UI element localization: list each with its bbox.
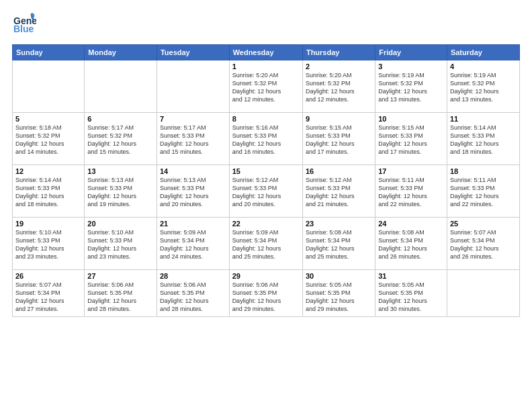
day-detail: Sunrise: 5:05 AM Sunset: 5:35 PM Dayligh… — [378, 281, 444, 314]
day-detail: Sunrise: 5:11 AM Sunset: 5:33 PM Dayligh… — [378, 176, 444, 209]
week-row-2: 5Sunrise: 5:18 AM Sunset: 5:32 PM Daylig… — [13, 113, 520, 165]
day-detail: Sunrise: 5:20 AM Sunset: 5:32 PM Dayligh… — [306, 71, 372, 104]
day-number: 23 — [306, 220, 372, 228]
day-cell — [157, 60, 229, 113]
day-detail: Sunrise: 5:06 AM Sunset: 5:35 PM Dayligh… — [160, 281, 226, 314]
week-row-4: 19Sunrise: 5:10 AM Sunset: 5:33 PM Dayli… — [13, 218, 520, 270]
day-cell — [85, 60, 157, 113]
day-detail: Sunrise: 5:16 AM Sunset: 5:33 PM Dayligh… — [232, 124, 300, 156]
day-number: 13 — [87, 167, 154, 175]
day-detail: Sunrise: 5:18 AM Sunset: 5:32 PM Dayligh… — [15, 124, 81, 156]
svg-text:Blue: Blue — [13, 24, 34, 34]
day-number: 5 — [15, 115, 81, 123]
day-detail: Sunrise: 5:12 AM Sunset: 5:33 PM Dayligh… — [232, 176, 300, 209]
day-number: 6 — [87, 115, 154, 123]
day-detail: Sunrise: 5:10 AM Sunset: 5:33 PM Dayligh… — [87, 228, 154, 261]
day-cell: 12Sunrise: 5:14 AM Sunset: 5:33 PM Dayli… — [13, 165, 85, 218]
day-cell — [13, 60, 85, 113]
day-detail: Sunrise: 5:13 AM Sunset: 5:33 PM Dayligh… — [87, 176, 154, 209]
day-detail: Sunrise: 5:09 AM Sunset: 5:34 PM Dayligh… — [160, 228, 226, 261]
day-cell: 25Sunrise: 5:07 AM Sunset: 5:34 PM Dayli… — [447, 218, 519, 270]
day-number: 24 — [378, 220, 444, 228]
day-number: 2 — [306, 62, 372, 71]
weekday-header-tuesday: Tuesday — [157, 45, 229, 60]
day-number: 31 — [378, 272, 444, 280]
day-detail: Sunrise: 5:10 AM Sunset: 5:33 PM Dayligh… — [15, 228, 81, 261]
day-detail: Sunrise: 5:14 AM Sunset: 5:33 PM Dayligh… — [450, 124, 517, 156]
day-detail: Sunrise: 5:08 AM Sunset: 5:34 PM Dayligh… — [306, 228, 372, 261]
day-number: 25 — [450, 220, 517, 228]
day-number: 17 — [378, 167, 444, 175]
day-detail: Sunrise: 5:11 AM Sunset: 5:33 PM Dayligh… — [450, 176, 517, 209]
weekday-header-sunday: Sunday — [13, 45, 85, 60]
week-row-5: 26Sunrise: 5:07 AM Sunset: 5:34 PM Dayli… — [13, 270, 520, 317]
day-number: 14 — [160, 167, 226, 175]
day-cell: 13Sunrise: 5:13 AM Sunset: 5:33 PM Dayli… — [85, 165, 157, 218]
day-cell: 21Sunrise: 5:09 AM Sunset: 5:34 PM Dayli… — [157, 218, 229, 270]
day-number: 21 — [160, 220, 226, 228]
page: General Blue SundayMondayTuesdayWednesda… — [0, 0, 532, 411]
day-number: 27 — [87, 272, 154, 280]
day-cell: 20Sunrise: 5:10 AM Sunset: 5:33 PM Dayli… — [85, 218, 157, 270]
day-number: 30 — [306, 272, 372, 280]
day-cell: 24Sunrise: 5:08 AM Sunset: 5:34 PM Dayli… — [375, 218, 447, 270]
day-number: 11 — [450, 115, 517, 123]
day-detail: Sunrise: 5:05 AM Sunset: 5:35 PM Dayligh… — [306, 281, 372, 314]
day-cell: 15Sunrise: 5:12 AM Sunset: 5:33 PM Dayli… — [229, 165, 302, 218]
day-number: 18 — [450, 167, 517, 175]
day-number: 19 — [15, 220, 81, 228]
day-cell: 6Sunrise: 5:17 AM Sunset: 5:32 PM Daylig… — [85, 113, 157, 165]
day-detail: Sunrise: 5:15 AM Sunset: 5:33 PM Dayligh… — [378, 124, 444, 156]
weekday-header-thursday: Thursday — [302, 45, 375, 60]
day-detail: Sunrise: 5:14 AM Sunset: 5:33 PM Dayligh… — [15, 176, 81, 209]
day-cell: 28Sunrise: 5:06 AM Sunset: 5:35 PM Dayli… — [157, 270, 229, 317]
day-cell: 10Sunrise: 5:15 AM Sunset: 5:33 PM Dayli… — [375, 113, 447, 165]
day-detail: Sunrise: 5:20 AM Sunset: 5:32 PM Dayligh… — [232, 71, 300, 104]
day-number: 7 — [160, 115, 226, 123]
day-detail: Sunrise: 5:15 AM Sunset: 5:33 PM Dayligh… — [306, 124, 372, 156]
day-detail: Sunrise: 5:09 AM Sunset: 5:34 PM Dayligh… — [232, 228, 300, 261]
day-cell: 23Sunrise: 5:08 AM Sunset: 5:34 PM Dayli… — [302, 218, 375, 270]
day-detail: Sunrise: 5:19 AM Sunset: 5:32 PM Dayligh… — [378, 71, 444, 104]
day-cell: 9Sunrise: 5:15 AM Sunset: 5:33 PM Daylig… — [302, 113, 375, 165]
day-cell: 11Sunrise: 5:14 AM Sunset: 5:33 PM Dayli… — [447, 113, 519, 165]
day-number: 12 — [15, 167, 81, 175]
day-cell: 18Sunrise: 5:11 AM Sunset: 5:33 PM Dayli… — [447, 165, 519, 218]
weekday-header-friday: Friday — [375, 45, 447, 60]
day-cell — [447, 270, 519, 317]
day-cell: 3Sunrise: 5:19 AM Sunset: 5:32 PM Daylig… — [375, 60, 447, 113]
day-number: 28 — [160, 272, 226, 280]
day-number: 20 — [87, 220, 154, 228]
day-detail: Sunrise: 5:12 AM Sunset: 5:33 PM Dayligh… — [306, 176, 372, 209]
weekday-header-saturday: Saturday — [447, 45, 519, 60]
day-number: 10 — [378, 115, 444, 123]
day-cell: 27Sunrise: 5:06 AM Sunset: 5:35 PM Dayli… — [85, 270, 157, 317]
day-number: 9 — [306, 115, 372, 123]
day-number: 4 — [450, 62, 517, 71]
day-detail: Sunrise: 5:19 AM Sunset: 5:32 PM Dayligh… — [450, 71, 517, 104]
calendar: SundayMondayTuesdayWednesdayThursdayFrid… — [12, 44, 520, 317]
day-number: 15 — [232, 167, 300, 175]
day-cell: 26Sunrise: 5:07 AM Sunset: 5:34 PM Dayli… — [13, 270, 85, 317]
day-cell: 30Sunrise: 5:05 AM Sunset: 5:35 PM Dayli… — [302, 270, 375, 317]
day-cell: 29Sunrise: 5:06 AM Sunset: 5:35 PM Dayli… — [229, 270, 302, 317]
day-detail: Sunrise: 5:06 AM Sunset: 5:35 PM Dayligh… — [87, 281, 154, 314]
weekday-header-monday: Monday — [85, 45, 157, 60]
day-cell: 22Sunrise: 5:09 AM Sunset: 5:34 PM Dayli… — [229, 218, 302, 270]
day-detail: Sunrise: 5:08 AM Sunset: 5:34 PM Dayligh… — [378, 228, 444, 261]
day-detail: Sunrise: 5:17 AM Sunset: 5:33 PM Dayligh… — [160, 124, 226, 156]
day-number: 8 — [232, 115, 300, 123]
header: General Blue — [12, 11, 520, 38]
day-detail: Sunrise: 5:07 AM Sunset: 5:34 PM Dayligh… — [450, 228, 517, 261]
day-number: 29 — [232, 272, 300, 280]
day-detail: Sunrise: 5:07 AM Sunset: 5:34 PM Dayligh… — [15, 281, 81, 314]
day-cell: 7Sunrise: 5:17 AM Sunset: 5:33 PM Daylig… — [157, 113, 229, 165]
day-number: 3 — [378, 62, 444, 71]
weekday-header-wednesday: Wednesday — [229, 45, 302, 60]
day-number: 26 — [15, 272, 81, 280]
day-cell: 31Sunrise: 5:05 AM Sunset: 5:35 PM Dayli… — [375, 270, 447, 317]
day-cell: 4Sunrise: 5:19 AM Sunset: 5:32 PM Daylig… — [447, 60, 519, 113]
week-row-1: 1Sunrise: 5:20 AM Sunset: 5:32 PM Daylig… — [13, 60, 520, 113]
day-detail: Sunrise: 5:06 AM Sunset: 5:35 PM Dayligh… — [232, 281, 300, 314]
day-cell: 16Sunrise: 5:12 AM Sunset: 5:33 PM Dayli… — [302, 165, 375, 218]
